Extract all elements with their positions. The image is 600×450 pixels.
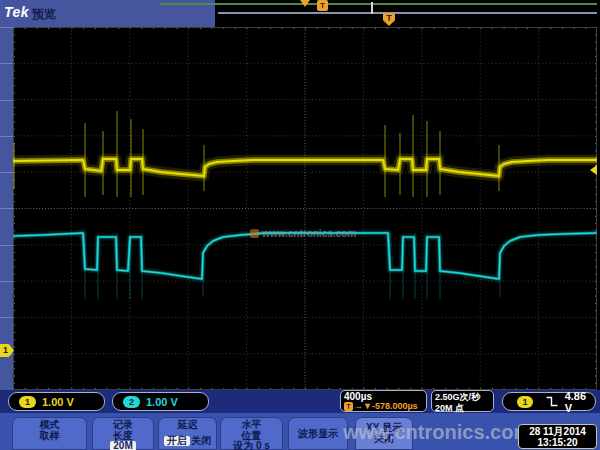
ch1-scale-readout[interactable]: 1 1.00 V (8, 392, 105, 411)
record-trigger-badge: T (317, 0, 328, 11)
record-window-bracket (371, 2, 373, 14)
ch2-scale-readout[interactable]: 2 1.00 V (112, 392, 209, 411)
watermark-logo-icon (250, 229, 259, 238)
trigger-t-icon: T (344, 402, 353, 411)
scope-screen: Tek 预览 T T 1 www.cntronics.com 1 1.00 V … (0, 0, 600, 450)
waveform-traces (13, 27, 597, 390)
falling-edge-icon (546, 396, 557, 407)
tek-logo: Tek (4, 4, 29, 20)
left-scale-strip (0, 27, 13, 390)
trigger-position-flag[interactable]: T (383, 13, 395, 26)
sample-rate: 2.50G次/秒 (435, 392, 490, 402)
record-view-line (160, 3, 597, 5)
status-bar: 1 1.00 V 2 1.00 V 400µs T →▼-578.000µs 2… (0, 390, 600, 413)
graticule: www.cntronics.com (13, 27, 597, 390)
watermark-mid: www.cntronics.com (250, 228, 356, 239)
menu-mode-sample-button[interactable]: 模式 取样 (12, 417, 87, 450)
ch2-badge: 2 (123, 396, 140, 408)
menu-delay-button[interactable]: 延迟 开启 关闭 (158, 417, 217, 450)
record-points: 20M 点 (435, 403, 490, 413)
menu-horizontal-position-button[interactable]: 水平 位置 设为 0 s (220, 417, 283, 450)
expansion-point-icon (300, 0, 310, 7)
menu-record-length-button[interactable]: 记录 长度 20M (92, 417, 154, 450)
trigger-source-badge: 1 (517, 396, 533, 408)
acquisition-readout[interactable]: 2.50G次/秒 20M 点 (431, 390, 494, 412)
date-label: 28 11月2014 (519, 426, 596, 437)
record-length-value: 20M (110, 441, 135, 450)
record-window-line (218, 12, 597, 14)
ch1-badge: 1 (19, 396, 36, 408)
delay-on-option[interactable]: 开启 (164, 436, 190, 447)
menu-waveform-display-button[interactable]: 波形显示 (288, 417, 348, 450)
time-label: 13:15:20 (519, 437, 596, 448)
horizontal-readout[interactable]: 400µs T →▼-578.000µs (340, 390, 427, 412)
acquisition-status-label: 预览 (32, 6, 56, 23)
trigger-readout[interactable]: 1 4.86 V (502, 392, 596, 411)
horizontal-delay: →▼-578.000µs (354, 402, 418, 411)
trigger-level: 4.86 V (565, 390, 595, 414)
delay-off-option[interactable]: 关闭 (191, 436, 211, 447)
watermark-bottom: www.cntronics.com (343, 421, 531, 444)
datetime-display: 28 11月2014 13:15:20 (518, 424, 597, 449)
